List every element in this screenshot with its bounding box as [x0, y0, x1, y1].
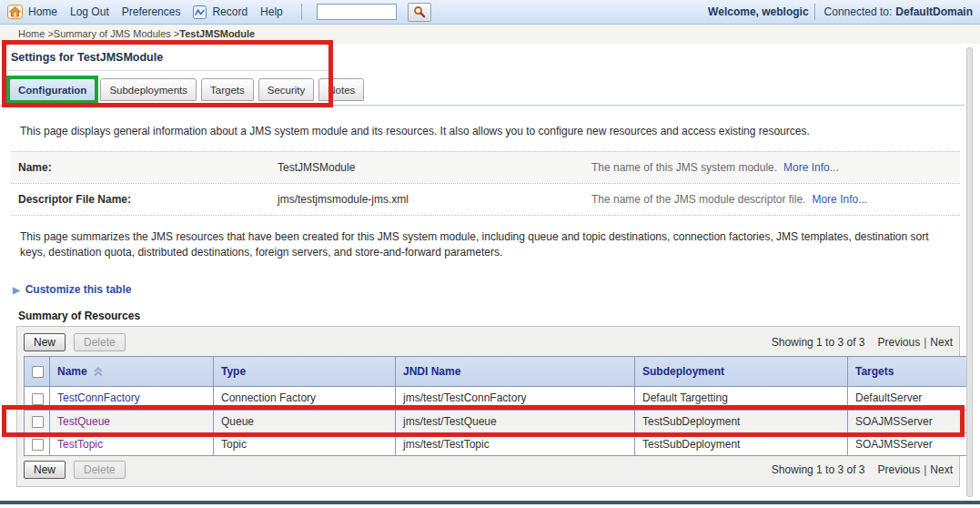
- paging-status: Showing 1 to 3 of 3: [772, 463, 865, 476]
- topbar-link-home[interactable]: Home: [28, 5, 57, 18]
- paging-status: Showing 1 to 3 of 3: [772, 336, 865, 349]
- resources-tbody: TestConnFactoryConnection Factoryjms/tes…: [25, 387, 968, 456]
- previous-link[interactable]: Previous: [878, 463, 921, 476]
- sort-ascending-icon[interactable]: [93, 367, 104, 377]
- cell-targets: DefaultServer: [848, 387, 968, 410]
- help-text: The name of this JMS system module.: [591, 161, 777, 174]
- cell-jndi-name: jms/test/TestConnFactory: [396, 387, 635, 410]
- tab-underline: [0, 105, 965, 106]
- scrollbar-track[interactable]: [966, 47, 973, 497]
- tab-security[interactable]: Security: [258, 78, 315, 101]
- property-row: Name:TestJMSModuleThe name of this JMS s…: [11, 151, 960, 183]
- title-divider: [4, 70, 328, 71]
- property-help: The name of this JMS system module.More …: [591, 161, 953, 174]
- property-row: Descriptor File Name:jms/testjmsmodule-j…: [11, 183, 960, 216]
- topbar-link-record[interactable]: Record: [212, 5, 248, 18]
- next-link[interactable]: Next: [930, 463, 953, 476]
- tab-bar: ConfigurationSubdeploymentsTargetsSecuri…: [9, 77, 364, 101]
- select-all-cell: [25, 357, 50, 387]
- tab-targets[interactable]: Targets: [201, 78, 254, 101]
- paging-separator: |: [924, 463, 926, 476]
- resource-link[interactable]: TestConnFactory: [57, 391, 140, 404]
- connected-to-label: Connected to:: [824, 5, 893, 18]
- topbar-link-logout[interactable]: Log Out: [70, 5, 109, 18]
- cell-targets: SOAJMSServer: [848, 432, 968, 455]
- paging: Showing 1 to 3 of 3Previous|Next: [772, 463, 953, 476]
- topbar: Home Log Out Preferences Record Help Wel…: [0, 0, 980, 25]
- topbar-right-divider: [814, 4, 815, 20]
- next-link[interactable]: Next: [930, 336, 953, 349]
- new-button[interactable]: New: [24, 461, 66, 479]
- footer-bar: [0, 501, 980, 504]
- search-icon: [413, 5, 426, 18]
- tab-configuration[interactable]: Configuration: [9, 78, 96, 101]
- page-title: Settings for TestJMSModule: [11, 51, 163, 64]
- resources-table: NameTypeJNDI NameSubdeploymentTargets Te…: [24, 356, 968, 456]
- resource-link[interactable]: TestQueue: [57, 415, 110, 428]
- cell-type: Connection Factory: [214, 387, 396, 410]
- property-help: The name of the JMS module descriptor fi…: [591, 193, 953, 206]
- cell-targets: SOAJMSServer: [848, 410, 968, 432]
- property-label: Descriptor File Name:: [18, 193, 278, 206]
- resources-panel: NewDeleteShowing 1 to 3 of 3Previous|Nex…: [16, 326, 960, 487]
- column-header-name[interactable]: Name: [50, 357, 214, 387]
- cell-jndi-name: jms/test/TestTopic: [396, 432, 635, 455]
- cell-jndi-name: jms/test/TestQueue: [396, 410, 635, 432]
- property-value: jms/testjmsmodule-jms.xml: [278, 193, 591, 206]
- column-header-targets[interactable]: Targets: [848, 357, 968, 387]
- row-checkbox-cell: [25, 387, 50, 410]
- resources-toolbar: NewDeleteShowing 1 to 3 of 3Previous|Nex…: [24, 331, 953, 353]
- column-label: Type: [221, 365, 246, 378]
- property-value: TestJMSModule: [278, 161, 591, 174]
- help-text: The name of the JMS module descriptor fi…: [591, 193, 805, 206]
- cell-subdeployment: Default Targetting: [635, 387, 848, 410]
- row-checkbox[interactable]: [32, 393, 44, 405]
- column-header-type[interactable]: Type: [214, 357, 396, 387]
- breadcrumb-jms-modules[interactable]: Summary of JMS Modules: [54, 28, 171, 39]
- select-all-checkbox[interactable]: [32, 366, 44, 378]
- paging-separator: |: [924, 336, 926, 349]
- resource-row-testtopic: TestTopicTopicjms/test/TestTopicTestSubD…: [25, 432, 968, 455]
- previous-link[interactable]: Previous: [878, 336, 921, 349]
- breadcrumb: Home >Summary of JMS Modules >TestJMSMod…: [0, 25, 980, 44]
- more-info-link[interactable]: More Info...: [812, 193, 867, 206]
- search-button[interactable]: [408, 3, 431, 22]
- row-checkbox[interactable]: [32, 416, 44, 428]
- cell-name: TestConnFactory: [50, 387, 214, 410]
- record-icon[interactable]: [193, 5, 207, 19]
- row-checkbox[interactable]: [32, 439, 44, 451]
- resource-row-testqueue: TestQueueQueuejms/test/TestQueueTestSubD…: [25, 410, 968, 432]
- cell-subdeployment: TestSubDeployment: [635, 410, 848, 432]
- topbar-link-preferences[interactable]: Preferences: [122, 5, 181, 18]
- resource-link[interactable]: TestTopic: [57, 438, 103, 451]
- cell-name: TestTopic: [50, 432, 214, 455]
- resources-toolbar: NewDeleteShowing 1 to 3 of 3Previous|Nex…: [24, 459, 953, 481]
- breadcrumb-current: TestJMSModule: [179, 28, 255, 39]
- cell-type: Queue: [214, 410, 396, 432]
- column-label: Name: [57, 365, 87, 378]
- more-info-link[interactable]: More Info...: [783, 161, 839, 174]
- home-icon[interactable]: [7, 5, 23, 19]
- tab-notes[interactable]: Notes: [318, 78, 364, 101]
- topbar-link-help[interactable]: Help: [260, 5, 283, 18]
- resource-row-testconnfactory: TestConnFactoryConnection Factoryjms/tes…: [25, 387, 968, 410]
- search-input[interactable]: [317, 4, 397, 20]
- connected-domain: DefaultDomain: [895, 5, 973, 18]
- customize-table-label: Customize this table: [25, 283, 132, 296]
- expand-arrow-icon: ▶: [13, 285, 20, 295]
- annotation-green-box-configuration-tab: [6, 76, 98, 104]
- delete-button[interactable]: Delete: [74, 461, 126, 479]
- column-header-jndi-name[interactable]: JNDI Name: [396, 357, 635, 387]
- paging: Showing 1 to 3 of 3Previous|Next: [772, 336, 953, 349]
- topbar-divider: [301, 4, 302, 20]
- new-button[interactable]: New: [24, 333, 66, 351]
- tab-subdeployments[interactable]: Subdeployments: [100, 78, 197, 101]
- breadcrumb-home[interactable]: Home: [18, 28, 45, 39]
- column-label: JNDI Name: [403, 365, 460, 378]
- delete-button[interactable]: Delete: [74, 333, 126, 351]
- customize-table-link[interactable]: ▶ Customize this table: [13, 283, 131, 296]
- breadcrumb-separator: >: [171, 28, 179, 39]
- column-header-subdeployment[interactable]: Subdeployment: [635, 357, 848, 387]
- row-checkbox-cell: [25, 410, 50, 432]
- cell-type: Topic: [214, 432, 396, 455]
